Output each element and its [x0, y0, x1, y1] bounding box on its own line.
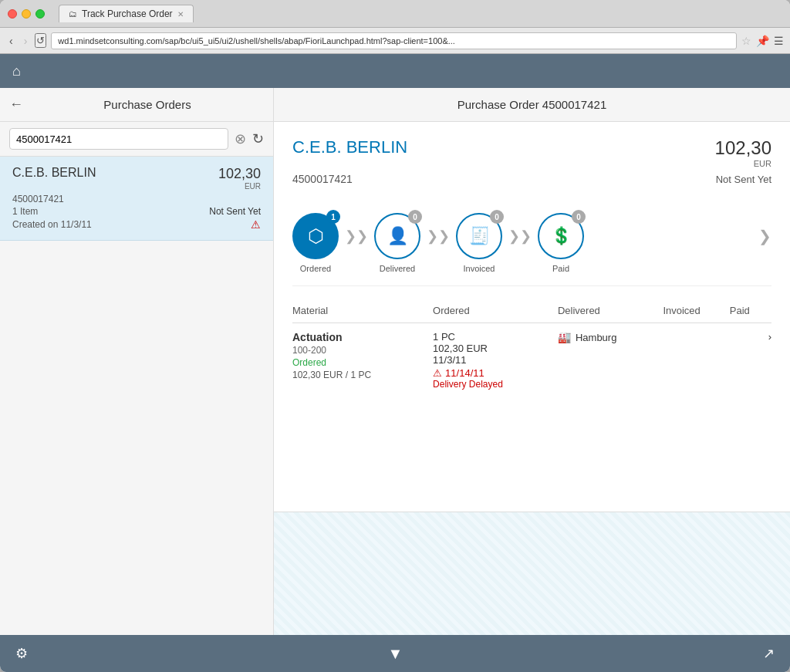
step-ordered[interactable]: 1 ⬡ Ordered: [292, 213, 339, 273]
step-count-ordered: 1: [326, 210, 340, 224]
right-panel-header: Purchase Order 4500017421: [274, 88, 790, 122]
order-currency: EUR: [218, 182, 261, 191]
step-label-ordered: Ordered: [300, 264, 331, 273]
payment-icon: 💲: [551, 226, 572, 246]
col-header-paid: Paid: [730, 299, 765, 323]
order-number-text: 4500017421: [12, 194, 261, 204]
search-input[interactable]: [9, 128, 228, 150]
col-header-action: [765, 299, 771, 323]
order-amount: 102,30: [218, 166, 261, 181]
progress-next-icon[interactable]: ❯: [758, 227, 771, 245]
order-vendor-name: C.E.B. BERLIN: [12, 166, 96, 180]
total-amount: 102,30: [715, 137, 771, 158]
top-nav: ⌂: [0, 54, 790, 88]
ordered-qty: 1 PC: [433, 331, 558, 343]
app-container: ⌂ ← Purchase Orders ⊗ ↻ C.E.B. BERLIN: [0, 54, 790, 672]
total-currency: EUR: [715, 159, 771, 168]
step-count-delivered: 0: [408, 210, 422, 224]
minimize-button[interactable]: [22, 9, 31, 19]
tab-close-icon[interactable]: ✕: [177, 10, 184, 19]
left-panel-title: Purchase Orders: [31, 98, 264, 111]
table-row[interactable]: Actuation 100-200 Ordered 102,30 EUR / 1…: [292, 323, 771, 398]
browser-tab[interactable]: 🗂 Track Purchase Order ✕: [59, 5, 194, 22]
extensions-icon[interactable]: 📌: [756, 35, 769, 47]
cell-material: Actuation 100-200 Ordered 102,30 EUR / 1…: [292, 323, 433, 398]
vendor-name: C.E.B. BERLIN: [292, 137, 407, 157]
tab-title: Track Purchase Order: [82, 8, 173, 19]
settings-icon[interactable]: ⚙: [15, 645, 28, 662]
url-input[interactable]: [51, 32, 737, 49]
chevrons-3: ❯❯: [502, 228, 538, 245]
share-icon[interactable]: ↗: [763, 645, 775, 662]
detail-order-status: Not Sent Yet: [716, 174, 771, 185]
col-header-material: Material: [292, 299, 433, 323]
building-icon: 🏭: [558, 331, 571, 343]
delivery-city: Hamburg: [576, 332, 616, 343]
col-header-invoiced: Invoiced: [663, 299, 729, 323]
step-circle-paid: 0 💲: [538, 213, 584, 259]
person-icon: 👤: [387, 226, 408, 246]
invoice-icon: 🧾: [469, 226, 490, 246]
cell-ordered: 1 PC 102,30 EUR 11/3/11 ⚠ 11/14/11 Deliv…: [433, 323, 558, 398]
step-circle-invoiced: 0 🧾: [456, 213, 502, 259]
order-card[interactable]: C.E.B. BERLIN 102,30 EUR 4500017421 1 It…: [0, 157, 273, 241]
filter-icon[interactable]: ▼: [388, 645, 403, 663]
progress-track: 1 ⬡ Ordered ❯❯ 0 👤 Delive: [292, 201, 771, 286]
forward-nav-button[interactable]: ›: [21, 33, 31, 49]
delayed-date: 11/14/11: [445, 367, 484, 379]
chevrons-1: ❯❯: [339, 228, 374, 245]
reload-button[interactable]: ↺: [35, 33, 46, 48]
right-panel: Purchase Order 4500017421 C.E.B. BERLIN …: [274, 88, 790, 635]
search-row: ⊗ ↻: [0, 122, 273, 157]
step-paid[interactable]: 0 💲 Paid: [538, 213, 584, 273]
order-created: Created on 11/3/11: [12, 219, 92, 230]
browser-window: 🗂 Track Purchase Order ✕ ‹ › ↺ ☆ 📌 ☰ ⌂ ←…: [0, 0, 790, 672]
detail-order-number: 4500017421: [292, 173, 353, 185]
step-label-delivered: Delivered: [380, 264, 415, 273]
total-amount-block: 102,30 EUR: [715, 137, 771, 168]
title-bar: 🗂 Track Purchase Order ✕: [0, 0, 790, 28]
material-name: Actuation: [292, 331, 433, 343]
step-count-paid: 0: [572, 210, 586, 224]
ordered-date: 11/3/11: [433, 354, 558, 366]
home-icon[interactable]: ⌂: [12, 63, 21, 79]
row-detail-arrow[interactable]: ›: [765, 323, 771, 398]
box-icon: ⬡: [308, 225, 324, 247]
right-content: C.E.B. BERLIN 102,30 EUR 4500017421 Not …: [274, 122, 790, 512]
traffic-lights: [8, 9, 45, 19]
order-items: 1 Item: [12, 206, 38, 217]
order-amount-block: 102,30 EUR: [218, 166, 261, 191]
bottom-pattern-section: [274, 512, 790, 635]
clear-search-icon[interactable]: ⊗: [235, 130, 246, 147]
back-nav-button[interactable]: ‹: [6, 33, 16, 49]
order-created-row: Created on 11/3/11 ⚠: [12, 218, 261, 231]
step-invoiced[interactable]: 0 🧾 Invoiced: [456, 213, 502, 273]
back-button[interactable]: ←: [9, 96, 23, 113]
step-count-invoiced: 0: [490, 210, 504, 224]
step-circle-delivered: 0 👤: [374, 213, 420, 259]
maximize-button[interactable]: [35, 9, 45, 19]
step-label-paid: Paid: [552, 264, 569, 273]
material-status: Ordered: [292, 357, 433, 368]
tab-bar: 🗂 Track Purchase Order ✕: [59, 5, 782, 22]
left-panel: ← Purchase Orders ⊗ ↻ C.E.B. BERLIN 102,…: [0, 88, 274, 635]
warning-icon: ⚠: [251, 218, 261, 231]
bookmark-icon[interactable]: ☆: [741, 35, 751, 47]
delivery-location: 🏭 Hamburg: [558, 331, 663, 343]
orders-table: Material Ordered Delivered Invoiced Paid: [292, 299, 771, 397]
step-delivered[interactable]: 0 👤 Delivered: [374, 213, 420, 273]
chevrons-2: ❯❯: [420, 228, 456, 245]
cell-delivered: 🏭 Hamburg: [558, 323, 663, 398]
order-meta: 4500017421 1 Item Not Sent Yet Created o…: [12, 194, 261, 231]
col-header-delivered: Delivered: [558, 299, 663, 323]
material-code: 100-200: [292, 345, 433, 356]
address-bar: ‹ › ↺ ☆ 📌 ☰: [0, 28, 790, 54]
left-panel-header: ← Purchase Orders: [0, 88, 273, 122]
col-header-ordered: Ordered: [433, 299, 558, 323]
material-price: 102,30 EUR / 1 PC: [292, 370, 433, 380]
close-button[interactable]: [8, 9, 17, 19]
tab-icon: 🗂: [69, 9, 77, 19]
refresh-icon[interactable]: ↻: [252, 130, 264, 147]
browser-menu-icon[interactable]: ☰: [774, 35, 784, 47]
bottom-toolbar: ⚙ ▼ ↗: [0, 635, 790, 672]
